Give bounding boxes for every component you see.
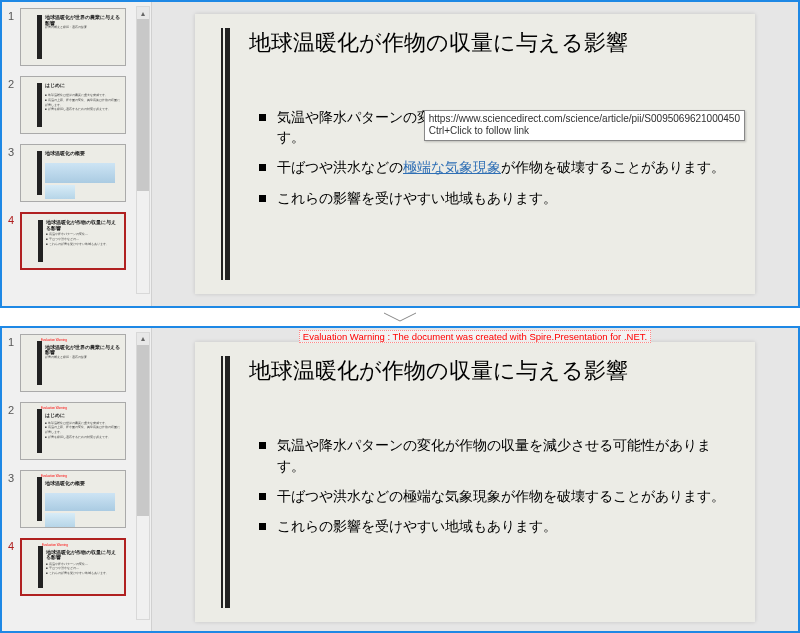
thumbnail-scrollbar[interactable]: ▴ bbox=[136, 332, 150, 620]
bullet-3[interactable]: これらの影響を受けやすい地域もあります。 bbox=[259, 189, 733, 209]
thumb-3[interactable]: 3 Evaluation Warning 地球温暖化の概要 bbox=[8, 470, 151, 528]
bullet-1[interactable]: 気温や降水パターンの変化が作物の収量を減少させる可能性があります。 bbox=[259, 436, 733, 477]
thumb-2[interactable]: 2 はじめに ■ 地球温暖化は世界の農業に重大な脅威です。 ■ 気温の上昇、降水… bbox=[8, 76, 151, 134]
tooltip-url: https://www.sciencedirect.com/science/ar… bbox=[429, 113, 740, 126]
thumb-2[interactable]: 2 Evaluation Warning はじめに ■ 地球温暖化は世界の農業に… bbox=[8, 402, 151, 460]
placeholder-image-icon bbox=[45, 185, 75, 199]
thumbnail-panel-bottom: 1 Evaluation Warning 地球温暖化が世界の農業に与える影響 影… bbox=[2, 328, 152, 632]
scroll-handle[interactable] bbox=[137, 345, 149, 517]
slide-canvas[interactable]: 地球温暖化が作物の収量に与える影響 気温や降水パターンの変化が作物の収量を減少さ… bbox=[195, 342, 755, 622]
placeholder-image-icon bbox=[45, 513, 75, 527]
thumbnail-panel-top: 1 地球温暖化が世界の農業に与える影響 影響の概要と緩和・適応の提案 2 はじめ… bbox=[2, 2, 152, 306]
bottom-pane: 1 Evaluation Warning 地球温暖化が世界の農業に与える影響 影… bbox=[0, 326, 800, 634]
slide-body[interactable]: 気温や降水パターンの変化が作物の収量を減少させる可能性があります。 干ばつや洪水… bbox=[259, 436, 733, 547]
eval-warning-small: Evaluation Warning bbox=[41, 406, 67, 410]
slide-canvas[interactable]: 地球温暖化が作物の収量に与える影響 気温や降水パターンの変化が作物の収量を減少さ… bbox=[195, 14, 755, 294]
hyperlink-2[interactable]: 極端な気象現象 bbox=[403, 160, 501, 175]
slide-editor-top: 地球温暖化が作物の収量に与える影響 気温や降水パターンの変化が作物の収量を減少さ… bbox=[152, 2, 798, 306]
thumb-4[interactable]: 4 地球温暖化が作物の収量に与える影響 ■ 気温や降水パターンの変化… ■ 干ば… bbox=[8, 212, 151, 270]
thumb-4[interactable]: 4 Evaluation Warning 地球温暖化が作物の収量に与える影響 ■… bbox=[8, 538, 151, 596]
thumbnail-scrollbar[interactable]: ▴ bbox=[136, 6, 150, 294]
thumb-3[interactable]: 3 地球温暖化の概要 bbox=[8, 144, 151, 202]
slide-editor-bottom: Evaluation Warning : The document was cr… bbox=[152, 328, 798, 632]
eval-warning-small: Evaluation Warning bbox=[42, 543, 68, 547]
evaluation-warning: Evaluation Warning : The document was cr… bbox=[202, 330, 748, 343]
tooltip-hint: Ctrl+Click to follow link bbox=[429, 125, 740, 138]
link-tooltip: https://www.sciencedirect.com/science/ar… bbox=[424, 110, 745, 141]
placeholder-image-icon bbox=[45, 493, 115, 511]
slide-title[interactable]: 地球温暖化が作物の収量に与える影響 bbox=[249, 30, 737, 57]
bullet-3[interactable]: これらの影響を受けやすい地域もあります。 bbox=[259, 517, 733, 537]
bullet-2[interactable]: 干ばつや洪水などの極端な気象現象が作物を破壊することがあります。 bbox=[259, 158, 733, 178]
eval-warning-small: Evaluation Warning bbox=[41, 338, 67, 342]
thumb-1[interactable]: 1 地球温暖化が世界の農業に与える影響 影響の概要と緩和・適応の提案 bbox=[8, 8, 151, 66]
thumb-1[interactable]: 1 Evaluation Warning 地球温暖化が世界の農業に与える影響 影… bbox=[8, 334, 151, 392]
scroll-up-icon[interactable]: ▴ bbox=[137, 7, 149, 19]
down-arrow-icon bbox=[0, 308, 800, 326]
eval-warning-small: Evaluation Warning bbox=[41, 474, 67, 478]
slide-title[interactable]: 地球温暖化が作物の収量に与える影響 bbox=[249, 358, 737, 385]
scroll-up-icon[interactable]: ▴ bbox=[137, 333, 149, 345]
placeholder-image-icon bbox=[45, 163, 115, 183]
bullet-2[interactable]: 干ばつや洪水などの極端な気象現象が作物を破壊することがあります。 bbox=[259, 487, 733, 507]
scroll-handle[interactable] bbox=[137, 19, 149, 191]
top-pane: 1 地球温暖化が世界の農業に与える影響 影響の概要と緩和・適応の提案 2 はじめ… bbox=[0, 0, 800, 308]
